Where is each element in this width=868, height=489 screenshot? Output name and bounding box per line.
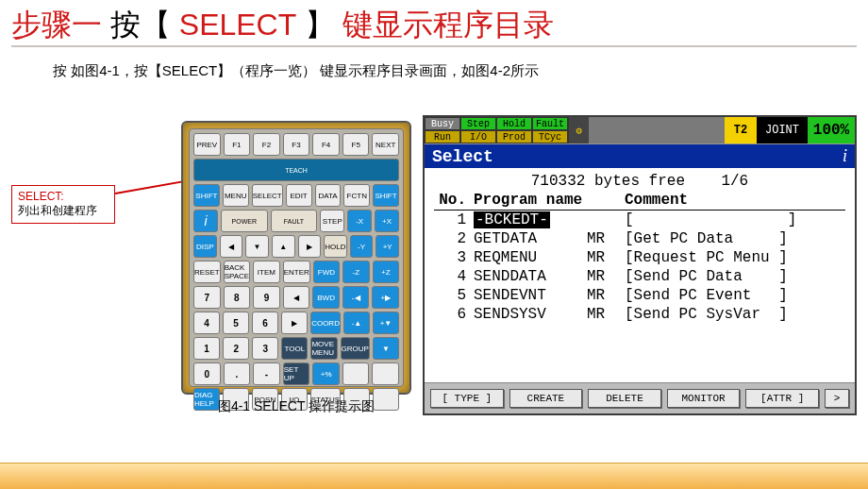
key-arrow-r[interactable]: ▶ — [281, 312, 308, 334]
key-3[interactable]: 3 — [252, 337, 278, 360]
program-row[interactable]: 5SENDEVNTMR[Send PC Event ] — [434, 286, 845, 305]
key-blank2[interactable] — [372, 363, 399, 385]
key-2[interactable]: 2 — [223, 337, 249, 360]
key-back[interactable]: BACK SPACE — [224, 261, 251, 283]
key-fctn[interactable]: FCTN — [343, 184, 370, 207]
bytes-free-line: 710332 bytes free 1/6 — [434, 172, 845, 191]
key-setup[interactable]: SET UP — [283, 363, 310, 385]
key-6[interactable]: 6 — [252, 312, 278, 334]
key-hold[interactable]: HOLD — [324, 235, 347, 258]
key-blank5[interactable] — [373, 388, 399, 411]
key-minus[interactable]: - — [253, 363, 280, 385]
key-plus-j4[interactable]: +▶ — [372, 286, 399, 309]
key-blank1[interactable] — [342, 363, 370, 385]
softkey-type[interactable]: [ TYPE ] — [430, 389, 504, 408]
status-joint: JOINT — [757, 117, 808, 143]
key-5[interactable]: 5 — [223, 312, 249, 334]
key-4[interactable]: 4 — [193, 312, 220, 334]
key-plus-x[interactable]: +X — [375, 210, 399, 232]
key-right[interactable]: ▶ — [298, 235, 322, 258]
key-plus-z[interactable]: +Z — [373, 261, 399, 283]
screen-body: 710332 bytes free 1/6 No. Program name C… — [425, 168, 855, 382]
screen-title: Select — [432, 147, 493, 166]
key-select[interactable]: SELECT — [252, 184, 283, 207]
pendant-device: PREV F1 F2 F3 F4 F5 NEXT TEACH SHIFT MEN… — [181, 121, 411, 395]
key-dot[interactable]: . — [224, 363, 251, 385]
key-diag[interactable]: DIAG HELP — [193, 388, 220, 411]
key-fwd[interactable]: FWD — [313, 261, 340, 283]
title-tail: 键显示程序目录 — [342, 8, 554, 42]
status-fill — [589, 117, 725, 143]
title-step: 步骤一 — [11, 8, 102, 42]
info-icon[interactable]: i — [193, 210, 218, 232]
key-9[interactable]: 9 — [253, 286, 280, 309]
led-fault: FAULT — [271, 210, 318, 232]
key-group[interactable]: GROUP — [341, 337, 370, 360]
program-row[interactable]: 6SENDSYSVMR[Send PC SysVar ] — [434, 305, 845, 324]
screen-title-bar: Select i — [425, 144, 855, 168]
key-shift-right[interactable]: SHIFT — [373, 184, 399, 207]
program-row[interactable]: 2GETDATAMR[Get PC Data ] — [434, 229, 845, 248]
key-f4[interactable]: F4 — [312, 133, 340, 156]
key-f1[interactable]: F1 — [224, 133, 251, 156]
key-move[interactable]: MOVE MENU — [310, 337, 337, 360]
title-select-word: SELECT — [179, 8, 296, 42]
softkey-attr[interactable]: [ATTR ] — [745, 389, 819, 408]
col-comment: Comment — [625, 191, 845, 210]
key-edit[interactable]: EDIT — [286, 184, 312, 207]
status-speed: 100% — [808, 117, 855, 143]
key-plus-y[interactable]: +Y — [376, 235, 399, 258]
key-arrow-l[interactable]: ◀ — [283, 286, 310, 309]
key-0[interactable]: 0 — [193, 363, 221, 385]
key-reset[interactable]: RESET — [193, 261, 221, 283]
status-step: Step — [460, 117, 496, 130]
key-coord[interactable]: COORD — [310, 312, 341, 334]
key-7[interactable]: 7 — [193, 286, 221, 309]
label-teach: TEACH — [193, 159, 399, 181]
key-minus-j5[interactable]: -▲ — [343, 312, 370, 334]
softkey-create[interactable]: CREATE — [509, 389, 583, 408]
key-step[interactable]: STEP — [320, 210, 344, 232]
key-data[interactable]: DATA — [315, 184, 342, 207]
program-row[interactable]: 4SENDDATAMR[Send PC Data ] — [434, 267, 845, 286]
screen-status-bar: Busy Step Hold Fault Run I/O Prod TCyc ⚙… — [425, 117, 855, 144]
key-minus-y[interactable]: -Y — [350, 235, 374, 258]
slide-footer-bar — [0, 463, 868, 489]
key-1[interactable]: 1 — [193, 337, 220, 360]
key-plus-j6[interactable]: ▼ — [373, 337, 399, 360]
info-icon[interactable]: i — [843, 146, 847, 166]
status-run: Run — [425, 130, 460, 143]
key-minus-x[interactable]: -X — [347, 210, 372, 232]
program-row[interactable]: 1-BCKEDT-[ ] — [434, 211, 845, 229]
key-item[interactable]: ITEM — [253, 261, 279, 283]
softkey-next[interactable]: > — [825, 389, 849, 408]
key-next[interactable]: NEXT — [372, 133, 399, 156]
program-row[interactable]: 3REQMENUMR[Request PC Menu ] — [434, 248, 845, 267]
title-rule — [11, 45, 857, 47]
key-down[interactable]: ▼ — [245, 235, 269, 258]
key-left[interactable]: ◀ — [220, 235, 243, 258]
key-tool[interactable]: TOOL — [281, 337, 308, 360]
key-menu[interactable]: MENU — [223, 184, 249, 207]
key-minus-z[interactable]: -Z — [342, 261, 369, 283]
key-f5[interactable]: F5 — [342, 133, 370, 156]
key-bwd[interactable]: BWD — [312, 286, 340, 309]
key-prev[interactable]: PREV — [193, 133, 221, 156]
key-plus-j5[interactable]: +▼ — [373, 312, 399, 334]
key-up[interactable]: ▲ — [272, 235, 295, 258]
key-shift-left[interactable]: SHIFT — [193, 184, 220, 207]
status-hold: Hold — [496, 117, 532, 130]
program-select-screen: Busy Step Hold Fault Run I/O Prod TCyc ⚙… — [423, 115, 857, 415]
softkey-delete[interactable]: DELETE — [588, 389, 661, 408]
title-sep1: 按【 — [110, 8, 171, 42]
status-t2: T2 — [725, 117, 757, 143]
key-f3[interactable]: F3 — [283, 133, 310, 156]
key-disp[interactable]: DISP — [193, 235, 217, 258]
key-8[interactable]: 8 — [224, 286, 251, 309]
key-f2[interactable]: F2 — [253, 133, 280, 156]
key-minus-j4[interactable]: -◀ — [342, 286, 370, 309]
key-speed[interactable]: +% — [312, 363, 340, 385]
softkey-monitor[interactable]: MONITOR — [667, 389, 741, 408]
key-enter[interactable]: ENTER — [283, 261, 310, 283]
annotation-label: SELECT: — [18, 190, 108, 203]
